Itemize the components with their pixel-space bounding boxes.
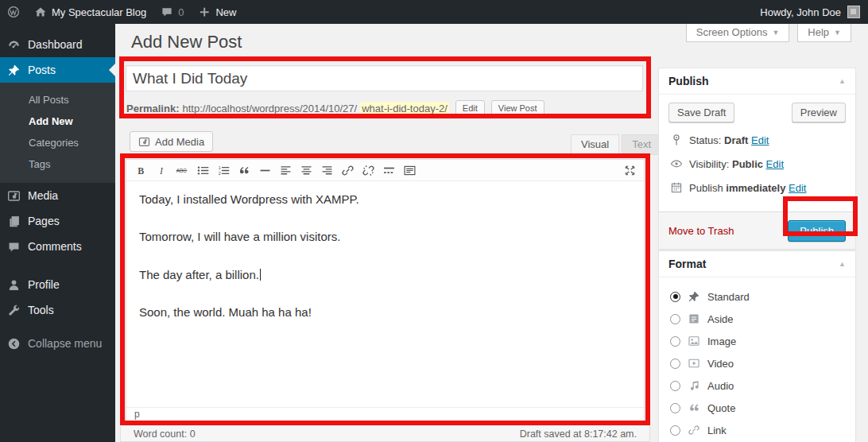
publish-panel: Publish ▲ Save Draft Preview Status: Dra…: [658, 68, 856, 250]
sidebar-item-dashboard[interactable]: Dashboard: [0, 32, 115, 57]
wordpress-logo-menu[interactable]: [0, 0, 27, 24]
comment-count: 0: [178, 6, 184, 18]
content-area: Add New Post Screen Options ▼ Help ▼ Wha…: [115, 24, 868, 442]
toolbar-toggle-icon[interactable]: [400, 161, 419, 179]
publish-setting-row: Visibility: Public Edit: [670, 157, 844, 170]
admin-bar: My Spectacular Blog 0 New Howdy, John Do…: [0, 0, 868, 24]
link-icon[interactable]: [338, 161, 357, 179]
format-option[interactable]: Link: [668, 419, 846, 441]
audio-icon: [688, 379, 700, 392]
radio-button[interactable]: [670, 381, 680, 391]
format-option[interactable]: Standard: [668, 285, 846, 308]
sidebar-item[interactable]: Tools: [0, 297, 115, 323]
sidebar-item-posts[interactable]: Posts: [0, 57, 115, 83]
radio-button[interactable]: [670, 292, 680, 302]
format-option[interactable]: Aside: [668, 308, 846, 330]
radio-button[interactable]: [670, 336, 680, 347]
editor-mode-tab[interactable]: Text: [622, 134, 661, 155]
sidebar-item-label: Tools: [28, 304, 54, 316]
format-option[interactable]: Audio: [668, 374, 846, 397]
new-content-menu[interactable]: New: [191, 0, 243, 24]
more-tag-icon[interactable]: [379, 161, 398, 179]
bold-icon[interactable]: B: [131, 161, 150, 179]
fullscreen-icon[interactable]: [620, 161, 639, 179]
permalink-slug: what-i-did-today-2/: [360, 102, 449, 115]
collapse-triangle-icon[interactable]: ▲: [839, 260, 846, 268]
edit-permalink-button[interactable]: Edit: [455, 100, 485, 116]
tools-icon: [7, 304, 21, 317]
calendar-icon: [670, 181, 683, 194]
align-right-icon[interactable]: [317, 161, 336, 179]
howdy-text[interactable]: Howdy, John Doe: [760, 6, 841, 18]
format-option-label: Audio: [707, 380, 734, 392]
svg-text:I: I: [158, 165, 163, 176]
posts-submenu-item[interactable]: Add New: [0, 111, 115, 132]
blockquote-icon[interactable]: [234, 161, 254, 179]
edit-link[interactable]: Edit: [751, 134, 769, 146]
publish-button[interactable]: Publish: [788, 220, 846, 242]
strikethrough-icon[interactable]: ABC: [172, 161, 192, 179]
preview-button[interactable]: Preview: [792, 103, 846, 122]
site-link[interactable]: My Spectacular Blog: [27, 0, 153, 24]
collapse-triangle-icon[interactable]: ▲: [839, 77, 846, 85]
posts-submenu-item[interactable]: Tags: [0, 153, 115, 175]
bullet-list-icon[interactable]: [193, 161, 212, 179]
link-icon: [688, 424, 700, 436]
italic-icon[interactable]: I: [152, 161, 171, 179]
comment-bubble-icon: [161, 6, 173, 18]
numbered-list-icon[interactable]: 12: [214, 161, 233, 179]
radio-button[interactable]: [670, 314, 680, 324]
align-left-icon[interactable]: [276, 161, 295, 179]
sidebar-item-label: Dashboard: [28, 38, 83, 51]
radio-button[interactable]: [670, 403, 680, 413]
sidebar-item[interactable]: Media: [0, 183, 115, 208]
edit-link[interactable]: Edit: [766, 158, 784, 170]
post-title-input[interactable]: What I Did Today: [126, 65, 643, 91]
submenu-item-label: Tags: [29, 158, 50, 170]
sidebar-item[interactable]: Comments: [0, 234, 115, 259]
hr-icon[interactable]: [255, 161, 274, 179]
editor-content[interactable]: Today, I installed Wordpress with XAMPP.…: [126, 181, 644, 407]
edit-link[interactable]: Edit: [789, 182, 806, 194]
posts-submenu-item[interactable]: Categories: [0, 132, 115, 153]
editor-mode-tab[interactable]: Visual: [571, 134, 619, 155]
sidebar-item[interactable]: Collapse menu: [0, 331, 115, 356]
pushpin-icon: [688, 290, 700, 303]
quote-icon: [688, 401, 700, 414]
site-name: My Spectacular Blog: [52, 6, 146, 18]
svg-text:1: 1: [218, 165, 220, 169]
status-pin-icon: [670, 134, 683, 146]
dashboard-icon: [7, 38, 21, 52]
editor-element-path[interactable]: p: [126, 407, 644, 422]
format-panel-header[interactable]: Format ▲: [659, 251, 855, 277]
radio-button[interactable]: [670, 359, 680, 369]
page-title: Add New Post: [131, 32, 242, 52]
unlink-icon[interactable]: [358, 161, 378, 179]
publish-panel-header[interactable]: Publish ▲: [659, 68, 855, 95]
sidebar-item[interactable]: Profile: [0, 272, 115, 297]
screen-options-tab[interactable]: Screen Options ▼: [686, 24, 790, 42]
view-post-button[interactable]: View Post: [491, 100, 544, 116]
screen-options-label: Screen Options: [696, 26, 768, 38]
format-option[interactable]: Image: [668, 330, 846, 352]
collapse-icon: [7, 337, 21, 351]
posts-submenu-item[interactable]: All Posts: [0, 89, 115, 111]
help-tab[interactable]: Help ▼: [797, 24, 851, 42]
comments-shortcut[interactable]: 0: [153, 0, 191, 24]
setting-label: Visibility:: [689, 158, 729, 170]
save-draft-button[interactable]: Save Draft: [668, 103, 734, 122]
submenu-item-label: Categories: [29, 137, 79, 149]
move-to-trash-link[interactable]: Move to Trash: [668, 225, 734, 237]
add-media-button[interactable]: Add Media: [130, 131, 213, 152]
format-option[interactable]: Quote: [668, 397, 846, 419]
publish-setting-row: Status: Draft Edit: [670, 134, 844, 146]
add-media-label: Add Media: [155, 136, 204, 148]
radio-button[interactable]: [670, 425, 680, 436]
avatar[interactable]: [847, 6, 860, 18]
align-center-icon[interactable]: [296, 161, 316, 179]
format-option[interactable]: Video: [668, 352, 846, 374]
format-panel: Format ▲ Standard Aside Im: [658, 250, 856, 442]
sidebar-item[interactable]: Pages: [0, 208, 115, 234]
format-options: Standard Aside Image Video: [659, 277, 855, 442]
publish-misc-rows: Status: Draft Edit Visibility: Public Ed…: [668, 134, 846, 194]
